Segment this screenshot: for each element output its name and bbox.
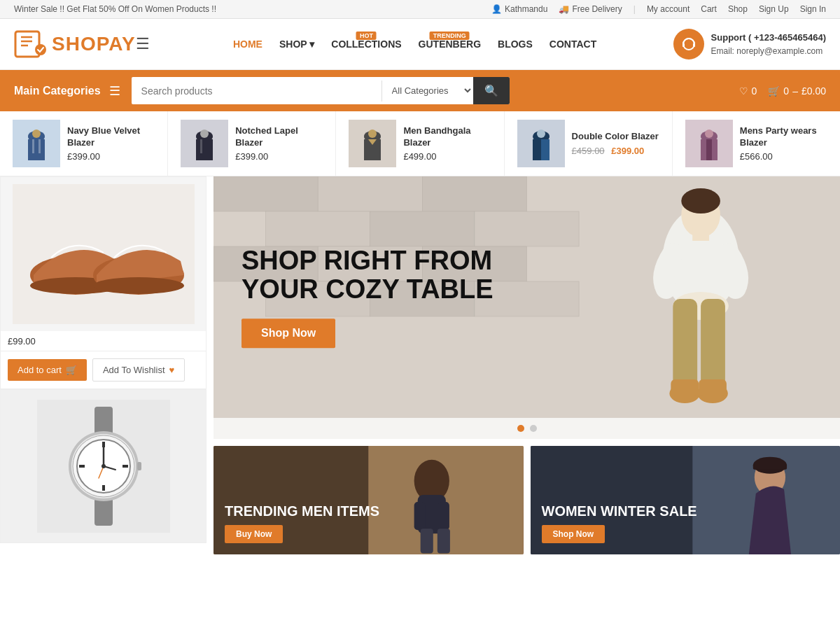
product-price-2: £399.00 xyxy=(235,151,323,162)
cart-link[interactable]: Cart xyxy=(701,4,717,14)
wishlist-count[interactable]: ♡ 0 xyxy=(739,85,757,97)
svg-point-30 xyxy=(705,130,713,138)
support-area: Support ( +123-465465464) Email: noreply… xyxy=(673,29,826,59)
svg-rect-80 xyxy=(438,502,449,530)
divider: | xyxy=(634,4,636,14)
nav-gutenberg[interactable]: GUTENBERG xyxy=(419,38,481,50)
svg-point-1 xyxy=(35,44,46,55)
product-strip-item-1[interactable]: Navy Blue Velvet Blazer £399.00 xyxy=(0,111,168,176)
main-nav: HOME SHOP ▾ HOT COLLECTIONS TRENDING GUT… xyxy=(157,38,673,50)
product-name-3: Men Bandhgala Blazer xyxy=(403,125,491,149)
men-banner-button[interactable]: Buy Now xyxy=(225,525,283,543)
my-account-link[interactable]: My account xyxy=(647,4,690,14)
shoe-product-actions: Add to cart 🛒 Add To Wishlist ♥ xyxy=(1,351,206,388)
nav-collections[interactable]: COLLECTIONS xyxy=(331,38,401,50)
svg-point-15 xyxy=(200,130,209,138)
svg-rect-79 xyxy=(414,502,426,530)
svg-rect-0 xyxy=(15,31,39,57)
watch-svg xyxy=(37,400,170,533)
svg-rect-68 xyxy=(701,299,725,390)
product-name-4: Double Color Blazer xyxy=(572,131,659,143)
watch-product-card[interactable] xyxy=(0,389,206,543)
search-button[interactable]: 🔍 xyxy=(473,77,510,104)
women-banner-button[interactable]: Shop Now xyxy=(542,525,606,543)
product-info-2: Notched Lapel Blazer £399.00 xyxy=(235,125,323,162)
svg-point-35 xyxy=(93,277,184,294)
category-select[interactable]: All Categories Men Women Shoes Accessori… xyxy=(382,79,473,102)
svg-rect-54 xyxy=(318,176,422,211)
cart-icon-btn: 🛒 xyxy=(66,365,77,375)
product-thumb-3 xyxy=(349,120,396,167)
top-bar-right: 👤 Kathmandu 🚚 Free Delivery | My account… xyxy=(491,4,826,14)
svg-rect-46 xyxy=(122,465,128,468)
product-info-5: Mens Party wears Blazer £566.00 xyxy=(740,125,827,162)
nav-shop-wrapper: SHOP ▾ xyxy=(279,38,314,50)
shop-now-button[interactable]: Shop Now xyxy=(241,318,335,348)
hamburger-icon[interactable]: ☰ xyxy=(136,35,150,53)
search-input[interactable] xyxy=(132,80,382,102)
cart-icon-area[interactable]: 🛒 0– £0.00 xyxy=(768,85,826,97)
blazer-img-2 xyxy=(181,120,228,167)
hero-text-area: SHOP RIGHT FROM YOUR COZY TABLE Shop Now xyxy=(241,246,507,349)
support-phone: Support ( +123-465465464) xyxy=(711,31,826,45)
svg-rect-81 xyxy=(421,528,433,553)
nav-blogs[interactable]: BLOGS xyxy=(498,38,533,50)
logo[interactable]: SHOPAY xyxy=(14,27,136,61)
svg-rect-37 xyxy=(94,407,113,435)
logo-icon xyxy=(14,27,48,61)
product-strip-item-2[interactable]: Notched Lapel Blazer £399.00 xyxy=(168,111,336,176)
lower-banners: TRENDING MEN ITEMS Buy Now xyxy=(214,439,840,554)
shoe-svg xyxy=(13,184,195,324)
product-strip-item-3[interactable]: Men Bandhgala Blazer £499.00 xyxy=(336,111,504,176)
women-banner-title: WOMEN WINTER SALE xyxy=(542,503,697,519)
svg-rect-38 xyxy=(94,498,113,526)
nav-collections-wrapper: HOT COLLECTIONS xyxy=(331,38,401,50)
svg-rect-44 xyxy=(102,485,105,491)
svg-rect-13 xyxy=(196,139,213,160)
svg-rect-75 xyxy=(692,227,709,241)
hero-indicators xyxy=(214,418,840,439)
product-strip-item-5[interactable]: Mens Party wears Blazer £566.00 xyxy=(673,111,840,176)
svg-rect-45 xyxy=(79,465,85,468)
svg-rect-72 xyxy=(699,379,727,396)
product-name-5: Mens Party wears Blazer xyxy=(740,125,827,149)
promo-text: Winter Sale !! Get Flat 50% Off On Women… xyxy=(14,4,216,14)
add-to-cart-button[interactable]: Add to cart 🛒 xyxy=(8,359,87,381)
add-to-wishlist-button[interactable]: Add To Wishlist ♥ xyxy=(92,358,185,382)
svg-rect-29 xyxy=(706,139,712,160)
trending-men-banner: TRENDING MEN ITEMS Buy Now xyxy=(214,446,524,554)
search-container: All Categories Men Women Shoes Accessori… xyxy=(132,77,510,104)
product-price-4: £459.00 £399.00 xyxy=(572,146,659,156)
product-info-1: Navy Blue Velvet Blazer £399.00 xyxy=(67,125,155,162)
nav-home[interactable]: HOME xyxy=(233,38,262,50)
svg-rect-87 xyxy=(752,464,786,470)
main-content: £99.00 Add to cart 🛒 Add To Wishlist ♥ xyxy=(0,176,840,554)
product-name-1: Navy Blue Velvet Blazer xyxy=(67,125,155,149)
indicator-1[interactable] xyxy=(517,425,524,432)
category-menu-icon[interactable]: ☰ xyxy=(109,83,120,99)
location-icon: 👤 xyxy=(491,4,502,14)
svg-rect-7 xyxy=(28,139,45,160)
men-banner-title: TRENDING MEN ITEMS xyxy=(225,503,379,519)
svg-rect-70 xyxy=(671,379,699,396)
right-section: SHOP RIGHT FROM YOUR COZY TABLE Shop Now xyxy=(206,176,840,554)
signup-link[interactable]: Sign Up xyxy=(759,4,789,14)
left-column: £99.00 Add to cart 🛒 Add To Wishlist ♥ xyxy=(0,176,206,554)
svg-rect-67 xyxy=(673,299,697,390)
signin-link[interactable]: Sign In xyxy=(800,4,826,14)
indicator-2[interactable] xyxy=(530,425,537,432)
delivery-info: 🚚 Free Delivery xyxy=(559,4,622,14)
product-info-4: Double Color Blazer £459.00 £399.00 xyxy=(572,131,659,156)
product-price-3: £499.00 xyxy=(403,151,491,162)
women-banner-content: WOMEN WINTER SALE Shop Now xyxy=(531,491,708,554)
svg-rect-82 xyxy=(438,528,450,553)
headset-icon xyxy=(680,36,697,52)
svg-rect-8 xyxy=(32,139,34,153)
nav-shop[interactable]: SHOP ▾ xyxy=(279,38,314,50)
shop-link[interactable]: Shop xyxy=(728,4,748,14)
hero-banner: SHOP RIGHT FROM YOUR COZY TABLE Shop Now xyxy=(214,176,840,418)
product-name-2: Notched Lapel Blazer xyxy=(235,125,323,149)
product-strip-item-4[interactable]: Double Color Blazer £459.00 £399.00 xyxy=(505,111,673,176)
svg-rect-3 xyxy=(682,43,685,47)
nav-contact[interactable]: CONTACT xyxy=(550,38,596,50)
